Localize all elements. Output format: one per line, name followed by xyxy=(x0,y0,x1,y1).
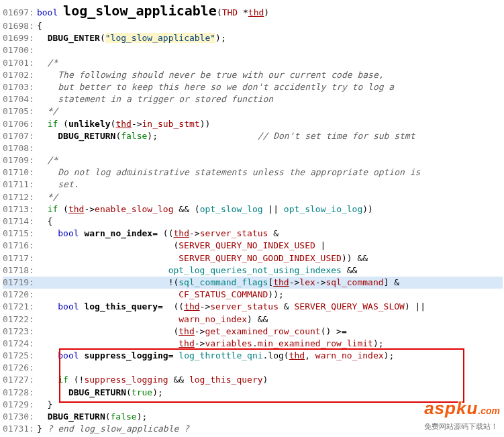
line-number: 01709: xyxy=(3,155,37,165)
code-line: 01699: DBUG_ENTER("log_slow_applicable")… xyxy=(3,32,503,44)
line-content: bool suppress_logging= log_throttle_qni.… xyxy=(37,350,394,360)
line-content xyxy=(37,45,42,55)
line-number: 01708: xyxy=(3,143,37,153)
line-number: 01711: xyxy=(3,179,37,189)
line-content: /* xyxy=(37,58,58,68)
line-number: 01729: xyxy=(3,399,37,409)
code-line: 01713: if (thd->enable_slow_log && (opt_… xyxy=(3,203,503,215)
line-content: DBUG_RETURN(true); xyxy=(37,387,163,397)
line-number: 01698: xyxy=(3,21,37,31)
code-line: 01707: DBUG_RETURN(false); // Don't set … xyxy=(3,130,503,142)
line-number: 01710: xyxy=(3,167,37,177)
line-content: set. xyxy=(37,179,79,189)
code-line: 01723: (thd->get_examined_row_count() >= xyxy=(3,326,503,338)
code-line: 01702: The following should never be tru… xyxy=(3,69,503,81)
code-line: 01716: (SERVER_QUERY_NO_INDEX_USED | xyxy=(3,240,503,252)
line-content: if (thd->enable_slow_log && (opt_slow_lo… xyxy=(37,204,373,214)
line-number: 01719: xyxy=(3,277,37,287)
line-content: (SERVER_QUERY_NO_INDEX_USED | xyxy=(37,240,325,250)
line-content: */ xyxy=(37,106,58,116)
line-content: /* xyxy=(37,155,58,165)
line-number: 01726: xyxy=(3,362,37,373)
code-line: 01704: statement in a trigger or stored … xyxy=(3,93,503,105)
code-viewer: 01697:bool log_slow_applicable(THD *thd)… xyxy=(0,0,504,436)
line-content: { xyxy=(37,216,52,226)
code-line: 01721: bool log_this_query= ((thd->serve… xyxy=(3,301,503,313)
line-number: 01703: xyxy=(3,82,37,92)
line-number: 01728: xyxy=(3,387,37,397)
code-line: 01703: but better to keep this here so w… xyxy=(3,81,503,93)
line-content: thd->variables.min_examined_row_limit); xyxy=(37,338,384,348)
code-line: 01726: xyxy=(3,362,503,374)
line-content: DBUG_ENTER("log_slow_applicable"); xyxy=(37,33,226,43)
line-content: if (!suppress_logging && log_this_query) xyxy=(37,375,268,385)
code-line: 01718: opt_log_queries_not_using_indexes… xyxy=(3,264,503,277)
line-content: bool log_slow_applicable(THD *thd) xyxy=(37,7,269,17)
line-number: 01701: xyxy=(3,58,37,68)
line-number: 01730: xyxy=(3,411,37,422)
line-content: (thd->get_examined_row_count() >= xyxy=(37,326,347,336)
line-content: but better to keep this here so we don't… xyxy=(37,82,394,92)
line-number: 01702: xyxy=(3,70,37,80)
line-number: 01715: xyxy=(3,228,37,238)
line-number: 01720: xyxy=(3,289,37,299)
line-content: statement in a trigger or stored functio… xyxy=(37,94,273,104)
code-line: 01706: if (unlikely(thd->in_sub_stmt)) xyxy=(3,118,503,130)
line-number: 01723: xyxy=(3,326,37,336)
line-content: DBUG_RETURN(false); xyxy=(37,411,147,422)
code-line: 01715: bool warn_no_index= ((thd->server… xyxy=(3,228,503,240)
code-line: 01729: } xyxy=(3,399,503,411)
code-line: 01697:bool log_slow_applicable(THD *thd) xyxy=(3,1,503,20)
code-line: 01709: /* xyxy=(3,154,503,166)
code-line: 01714: { xyxy=(3,215,503,228)
code-line: 01725: bool suppress_logging= log_thrott… xyxy=(3,350,503,362)
line-content: The following should never be true with … xyxy=(37,70,384,80)
code-line: 01722: warn_no_index) && xyxy=(3,313,503,326)
code-line: 01712: */ xyxy=(3,191,503,203)
line-content: { xyxy=(37,21,42,31)
line-number: 01713: xyxy=(3,204,37,214)
line-content: } ? end log_slow_applicable ? xyxy=(37,424,189,434)
line-number: 01718: xyxy=(3,265,37,275)
code-line: 01698:{ xyxy=(3,20,503,32)
line-number: 01731: xyxy=(3,424,37,434)
code-line: 01730: DBUG_RETURN(false); xyxy=(3,411,503,423)
line-content: DBUG_RETURN(false); // Don't set time fo… xyxy=(37,131,415,141)
code-line: 01727: if (!suppress_logging && log_this… xyxy=(3,374,503,386)
line-content: bool log_this_query= ((thd->server_statu… xyxy=(37,301,425,311)
line-content xyxy=(37,362,42,373)
code-line: 01701: /* xyxy=(3,57,503,69)
code-line: 01724: thd->variables.min_examined_row_l… xyxy=(3,338,503,350)
line-number: 01707: xyxy=(3,131,37,141)
line-number: 01717: xyxy=(3,253,37,263)
line-number: 01705: xyxy=(3,106,37,116)
line-number: 01697: xyxy=(3,7,37,17)
code-line: 01717: SERVER_QUERY_NO_GOOD_INDEX_USED))… xyxy=(3,252,503,264)
line-number: 01704: xyxy=(3,94,37,104)
line-number: 01712: xyxy=(3,192,37,202)
line-number: 01724: xyxy=(3,338,37,348)
line-content xyxy=(37,143,42,153)
line-content: if (unlikely(thd->in_sub_stmt)) xyxy=(37,119,210,129)
code-line: 01710: Do not log administrative stateme… xyxy=(3,166,503,179)
line-content: warn_no_index) && xyxy=(37,314,268,324)
code-line: 01705: */ xyxy=(3,105,503,117)
line-content: } xyxy=(37,399,52,409)
code-line: 01731:} ? end log_slow_applicable ? xyxy=(3,423,503,435)
code-line: 01708: xyxy=(3,142,503,154)
line-number: 01725: xyxy=(3,350,37,360)
line-number: 01699: xyxy=(3,33,37,43)
line-content: !(sql_command_flags[thd->lex->sql_comman… xyxy=(37,277,399,287)
line-number: 01714: xyxy=(3,216,37,226)
line-number: 01721: xyxy=(3,301,37,311)
line-number: 01722: xyxy=(3,314,37,324)
code-line: 01711: set. xyxy=(3,179,503,191)
line-content: Do not log administrative statements unl… xyxy=(37,167,420,177)
line-number: 01700: xyxy=(3,45,37,55)
code-line: 01700: xyxy=(3,44,503,56)
line-number: 01716: xyxy=(3,240,37,250)
line-content: CF_STATUS_COMMAND)); xyxy=(37,289,284,299)
line-content: SERVER_QUERY_NO_GOOD_INDEX_USED)) && xyxy=(37,253,368,263)
code-line: 01719: !(sql_command_flags[thd->lex->sql… xyxy=(3,277,503,289)
line-content: */ xyxy=(37,192,58,202)
